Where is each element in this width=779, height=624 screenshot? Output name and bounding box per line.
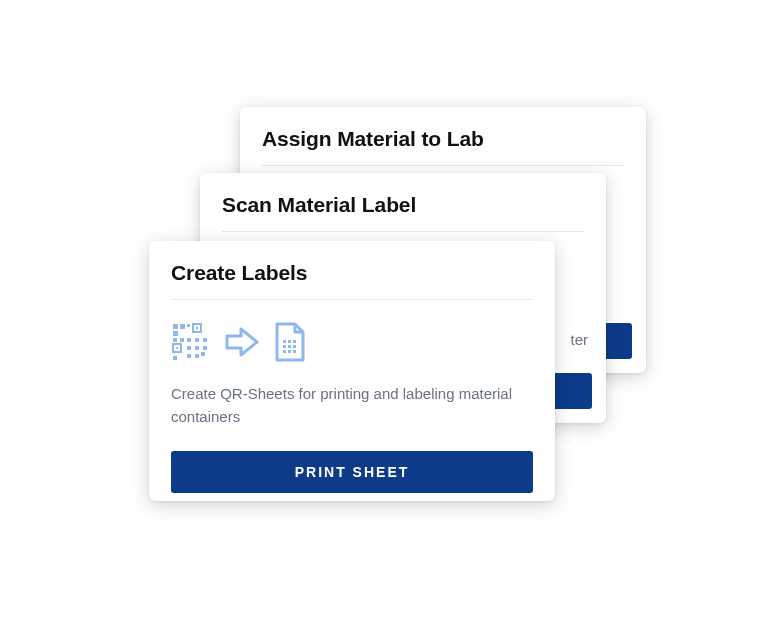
- card-action-strip: [552, 373, 592, 409]
- divider: [171, 299, 533, 300]
- svg-rect-8: [176, 347, 178, 349]
- svg-rect-15: [203, 338, 207, 342]
- svg-rect-17: [195, 354, 199, 358]
- svg-rect-11: [187, 346, 191, 350]
- icon-row: [171, 322, 533, 362]
- card-stack: Assign Material to Lab Scan Material Lab…: [0, 0, 779, 624]
- svg-rect-23: [293, 340, 296, 343]
- sheet-icon: [273, 322, 307, 362]
- print-sheet-button[interactable]: PRINT SHEET: [171, 451, 533, 493]
- svg-rect-12: [195, 346, 199, 350]
- svg-rect-10: [195, 338, 199, 342]
- svg-rect-18: [173, 338, 177, 342]
- svg-rect-24: [283, 345, 286, 348]
- card-title: Create Labels: [171, 261, 533, 285]
- svg-rect-2: [173, 331, 178, 336]
- svg-rect-3: [180, 331, 185, 336]
- svg-rect-14: [187, 354, 191, 358]
- svg-rect-25: [288, 345, 291, 348]
- card-create-labels[interactable]: Create Labels: [149, 241, 555, 501]
- card-title: Scan Material Label: [222, 193, 584, 217]
- svg-rect-1: [180, 324, 185, 329]
- text-fragment: ter: [570, 331, 588, 348]
- svg-rect-0: [173, 324, 178, 329]
- divider: [262, 165, 624, 166]
- svg-rect-26: [293, 345, 296, 348]
- divider: [222, 231, 584, 232]
- qr-code-icon: [171, 322, 211, 362]
- svg-rect-19: [180, 338, 184, 342]
- svg-rect-28: [288, 350, 291, 353]
- svg-rect-21: [283, 340, 286, 343]
- svg-rect-16: [203, 346, 207, 350]
- svg-rect-4: [187, 324, 190, 327]
- svg-rect-27: [283, 350, 286, 353]
- card-description: Create QR-Sheets for printing and labeli…: [171, 382, 533, 429]
- card-title: Assign Material to Lab: [262, 127, 624, 151]
- svg-rect-13: [201, 352, 205, 356]
- arrow-right-icon: [223, 323, 261, 361]
- svg-rect-29: [293, 350, 296, 353]
- svg-rect-22: [288, 340, 291, 343]
- svg-rect-6: [196, 327, 198, 329]
- svg-rect-20: [173, 356, 177, 360]
- svg-rect-9: [187, 338, 191, 342]
